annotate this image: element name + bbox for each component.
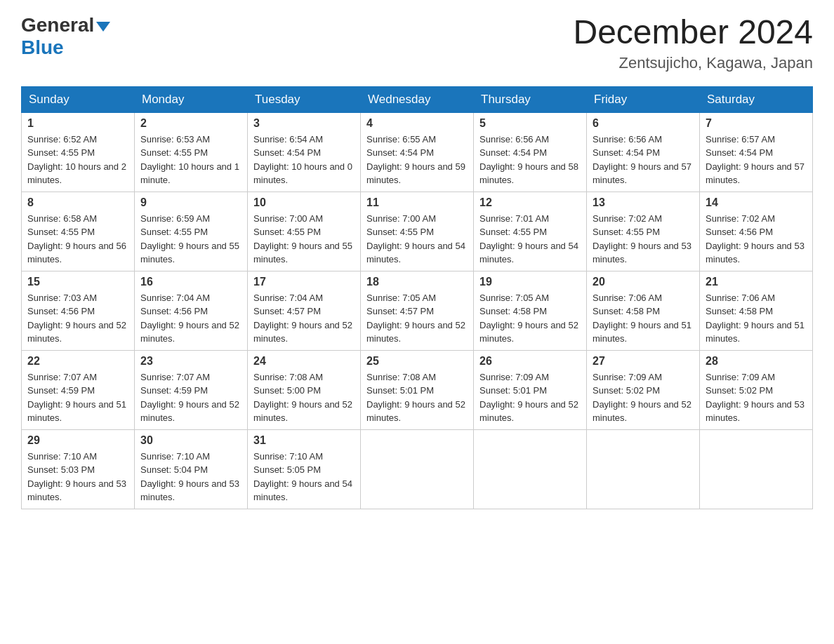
calendar-week-5: 29 Sunrise: 7:10 AMSunset: 5:03 PMDaylig… [22, 429, 813, 509]
day-info: Sunrise: 7:07 AMSunset: 4:59 PMDaylight:… [27, 372, 126, 424]
day-number: 21 [706, 276, 807, 288]
header-tuesday: Tuesday [248, 86, 361, 112]
calendar-cell: 4 Sunrise: 6:55 AMSunset: 4:54 PMDayligh… [361, 112, 474, 192]
day-info: Sunrise: 7:02 AMSunset: 4:56 PMDaylight:… [706, 213, 805, 265]
day-number: 26 [479, 355, 581, 368]
day-info: Sunrise: 6:56 AMSunset: 4:54 PMDaylight:… [593, 134, 691, 186]
day-number: 14 [706, 196, 807, 209]
calendar-cell: 31 Sunrise: 7:10 AMSunset: 5:05 PMDaylig… [248, 429, 361, 509]
day-info: Sunrise: 7:00 AMSunset: 4:55 PMDaylight:… [253, 213, 352, 265]
day-number: 8 [27, 196, 128, 209]
day-info: Sunrise: 7:08 AMSunset: 5:00 PMDaylight:… [253, 372, 352, 424]
day-number: 19 [479, 276, 581, 288]
day-number: 20 [593, 276, 694, 288]
day-number: 11 [366, 196, 468, 209]
day-number: 9 [140, 196, 241, 209]
day-number: 24 [253, 355, 355, 368]
calendar-cell: 6 Sunrise: 6:56 AMSunset: 4:54 PMDayligh… [587, 112, 700, 192]
day-info: Sunrise: 7:06 AMSunset: 4:58 PMDaylight:… [706, 293, 805, 344]
day-number: 28 [706, 355, 807, 368]
calendar-week-3: 15 Sunrise: 7:03 AMSunset: 4:56 PMDaylig… [22, 271, 813, 350]
calendar-cell: 7 Sunrise: 6:57 AMSunset: 4:54 PMDayligh… [700, 112, 813, 192]
calendar-cell: 15 Sunrise: 7:03 AMSunset: 4:56 PMDaylig… [22, 271, 135, 350]
day-info: Sunrise: 7:10 AMSunset: 5:04 PMDaylight:… [140, 451, 239, 503]
day-number: 3 [253, 117, 355, 130]
calendar-cell: 13 Sunrise: 7:02 AMSunset: 4:55 PMDaylig… [587, 192, 700, 271]
header-wednesday: Wednesday [361, 86, 474, 112]
calendar-cell: 19 Sunrise: 7:05 AMSunset: 4:58 PMDaylig… [474, 271, 587, 350]
day-info: Sunrise: 7:07 AMSunset: 4:59 PMDaylight:… [140, 372, 239, 424]
calendar-cell: 12 Sunrise: 7:01 AMSunset: 4:55 PMDaylig… [474, 192, 587, 271]
calendar-cell: 22 Sunrise: 7:07 AMSunset: 4:59 PMDaylig… [22, 350, 135, 429]
day-info: Sunrise: 6:53 AMSunset: 4:55 PMDaylight:… [140, 134, 239, 186]
day-number: 18 [366, 276, 468, 288]
calendar-cell [587, 429, 700, 509]
month-title: December 2024 [573, 14, 813, 51]
calendar-cell: 11 Sunrise: 7:00 AMSunset: 4:55 PMDaylig… [361, 192, 474, 271]
day-info: Sunrise: 7:03 AMSunset: 4:56 PMDaylight:… [27, 293, 126, 344]
calendar-cell: 10 Sunrise: 7:00 AMSunset: 4:55 PMDaylig… [248, 192, 361, 271]
day-number: 7 [706, 117, 807, 130]
calendar-cell [361, 429, 474, 509]
calendar-cell: 8 Sunrise: 6:58 AMSunset: 4:55 PMDayligh… [22, 192, 135, 271]
calendar-cell: 16 Sunrise: 7:04 AMSunset: 4:56 PMDaylig… [135, 271, 248, 350]
calendar-cell: 30 Sunrise: 7:10 AMSunset: 5:04 PMDaylig… [135, 429, 248, 509]
day-number: 25 [366, 355, 468, 368]
day-info: Sunrise: 7:10 AMSunset: 5:03 PMDaylight:… [27, 451, 126, 503]
day-number: 6 [593, 117, 694, 130]
day-info: Sunrise: 6:55 AMSunset: 4:54 PMDaylight:… [366, 134, 465, 186]
page-header: General Blue December 2024 Zentsujicho, … [21, 14, 813, 72]
day-number: 31 [253, 434, 355, 447]
logo: General Blue [21, 14, 110, 59]
calendar-week-1: 1 Sunrise: 6:52 AMSunset: 4:55 PMDayligh… [22, 112, 813, 192]
calendar-cell: 2 Sunrise: 6:53 AMSunset: 4:55 PMDayligh… [135, 112, 248, 192]
logo-triangle-icon [96, 22, 110, 32]
day-info: Sunrise: 7:04 AMSunset: 4:57 PMDaylight:… [253, 293, 352, 344]
calendar-cell: 24 Sunrise: 7:08 AMSunset: 5:00 PMDaylig… [248, 350, 361, 429]
day-info: Sunrise: 7:04 AMSunset: 4:56 PMDaylight:… [140, 293, 239, 344]
day-number: 27 [593, 355, 694, 368]
day-number: 16 [140, 276, 241, 288]
calendar-cell: 21 Sunrise: 7:06 AMSunset: 4:58 PMDaylig… [700, 271, 813, 350]
calendar-cell: 5 Sunrise: 6:56 AMSunset: 4:54 PMDayligh… [474, 112, 587, 192]
calendar-cell: 27 Sunrise: 7:09 AMSunset: 5:02 PMDaylig… [587, 350, 700, 429]
calendar-week-4: 22 Sunrise: 7:07 AMSunset: 4:59 PMDaylig… [22, 350, 813, 429]
day-info: Sunrise: 7:02 AMSunset: 4:55 PMDaylight:… [593, 213, 691, 265]
calendar-cell: 18 Sunrise: 7:05 AMSunset: 4:57 PMDaylig… [361, 271, 474, 350]
day-number: 12 [479, 196, 581, 209]
day-info: Sunrise: 7:06 AMSunset: 4:58 PMDaylight:… [593, 293, 691, 344]
calendar-cell: 17 Sunrise: 7:04 AMSunset: 4:57 PMDaylig… [248, 271, 361, 350]
day-info: Sunrise: 6:52 AMSunset: 4:55 PMDaylight:… [27, 134, 126, 186]
day-number: 1 [27, 117, 128, 130]
day-info: Sunrise: 7:05 AMSunset: 4:57 PMDaylight:… [366, 293, 465, 344]
calendar-cell: 14 Sunrise: 7:02 AMSunset: 4:56 PMDaylig… [700, 192, 813, 271]
header-friday: Friday [587, 86, 700, 112]
location-title: Zentsujicho, Kagawa, Japan [573, 54, 813, 72]
day-info: Sunrise: 6:58 AMSunset: 4:55 PMDaylight:… [27, 213, 126, 265]
calendar-cell [700, 429, 813, 509]
calendar-cell: 1 Sunrise: 6:52 AMSunset: 4:55 PMDayligh… [22, 112, 135, 192]
day-number: 4 [366, 117, 468, 130]
day-number: 17 [253, 276, 355, 288]
header-thursday: Thursday [474, 86, 587, 112]
day-info: Sunrise: 6:59 AMSunset: 4:55 PMDaylight:… [140, 213, 239, 265]
header-monday: Monday [135, 86, 248, 112]
calendar-cell: 20 Sunrise: 7:06 AMSunset: 4:58 PMDaylig… [587, 271, 700, 350]
day-number: 10 [253, 196, 355, 209]
day-info: Sunrise: 6:54 AMSunset: 4:54 PMDaylight:… [253, 134, 352, 186]
header-sunday: Sunday [22, 86, 135, 112]
calendar-week-2: 8 Sunrise: 6:58 AMSunset: 4:55 PMDayligh… [22, 192, 813, 271]
day-info: Sunrise: 7:09 AMSunset: 5:02 PMDaylight:… [593, 372, 691, 424]
day-number: 22 [27, 355, 128, 368]
calendar-cell: 9 Sunrise: 6:59 AMSunset: 4:55 PMDayligh… [135, 192, 248, 271]
day-info: Sunrise: 7:09 AMSunset: 5:01 PMDaylight:… [479, 372, 578, 424]
day-number: 13 [593, 196, 694, 209]
day-number: 30 [140, 434, 241, 447]
day-number: 29 [27, 434, 128, 447]
day-info: Sunrise: 7:00 AMSunset: 4:55 PMDaylight:… [366, 213, 465, 265]
calendar-cell [474, 429, 587, 509]
day-info: Sunrise: 7:01 AMSunset: 4:55 PMDaylight:… [479, 213, 578, 265]
calendar-header-row: SundayMondayTuesdayWednesdayThursdayFrid… [22, 86, 813, 112]
day-info: Sunrise: 7:08 AMSunset: 5:01 PMDaylight:… [366, 372, 465, 424]
calendar-cell: 28 Sunrise: 7:09 AMSunset: 5:02 PMDaylig… [700, 350, 813, 429]
